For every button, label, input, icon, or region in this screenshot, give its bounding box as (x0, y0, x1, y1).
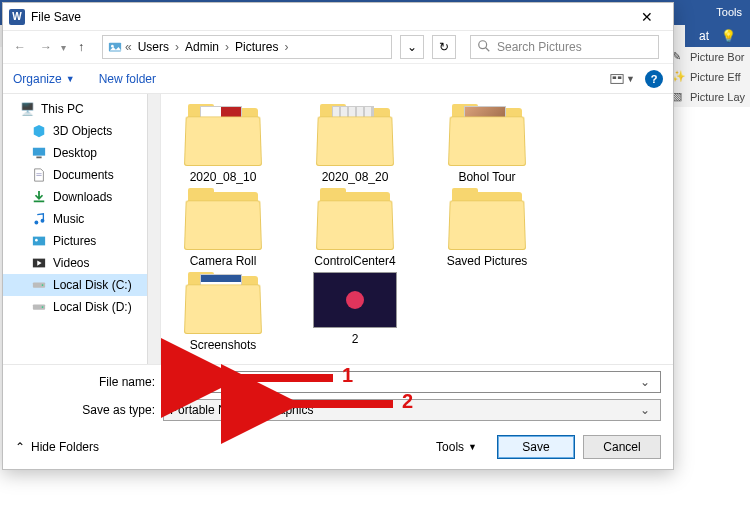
chevron-down-icon[interactable]: ⌄ (636, 375, 654, 389)
tree-item-music[interactable]: Music (3, 208, 160, 230)
ribbon-tab-highlight[interactable]: at 💡 (685, 25, 750, 47)
tree-item-local-disk-c[interactable]: Local Disk (C:) (3, 274, 160, 296)
folder-item[interactable]: 2020_08_20 (299, 104, 411, 184)
tree-label: This PC (41, 102, 84, 116)
refresh-button[interactable]: ↻ (432, 35, 456, 59)
picture-border-label: Picture Bor (690, 51, 744, 63)
svg-rect-8 (36, 157, 41, 159)
filename-label: File name: (15, 375, 163, 389)
svg-rect-14 (33, 237, 45, 246)
word-app-icon: W (9, 9, 25, 25)
chevron-down-icon: ⌄ (407, 40, 417, 54)
tree-label: Desktop (53, 146, 97, 160)
picture-thumbnail (313, 272, 397, 328)
chevron-up-icon: ⌃ (15, 440, 25, 454)
downloads-icon (31, 189, 47, 205)
annotation-number-1: 1 (342, 364, 353, 387)
new-folder-button[interactable]: New folder (99, 72, 156, 86)
tree-item-local-disk-d[interactable]: Local Disk (D:) (3, 296, 160, 318)
svg-point-13 (41, 219, 45, 223)
folder-item[interactable]: Saved Pictures (431, 188, 543, 268)
item-label: 2 (352, 332, 359, 346)
svg-point-15 (35, 239, 38, 242)
tree-label: Documents (53, 168, 114, 182)
svg-point-20 (42, 306, 44, 308)
svg-rect-9 (36, 173, 41, 174)
picture-tools-group: ✎Picture Bor ✨Picture Eff ▧Picture Lay (670, 47, 750, 107)
folder-icon (316, 188, 394, 250)
svg-point-2 (479, 40, 487, 48)
chevron-down-icon: ▼ (468, 442, 477, 452)
nav-history-dropdown[interactable]: ▾ (61, 42, 66, 53)
view-icon (610, 72, 624, 86)
folder-item[interactable]: 2020_08_10 (167, 104, 279, 184)
search-box[interactable] (470, 35, 659, 59)
folder-icon (184, 188, 262, 250)
picture-layout-label: Picture Lay (690, 91, 745, 103)
hide-folders-button[interactable]: ⌃ Hide Folders (15, 440, 99, 454)
chevron-down-icon[interactable]: ⌄ (636, 403, 654, 417)
breadcrumb-users[interactable]: Users (134, 40, 173, 54)
file-list[interactable]: 2020_08_10 2020_08_20 Bohol Tour Camera … (161, 94, 673, 364)
search-input[interactable] (497, 40, 652, 54)
ribbon-tab-highlight-label: at (699, 29, 709, 43)
chevron-right-icon: › (284, 40, 288, 54)
nav-forward-button[interactable]: → (35, 36, 57, 58)
picture-effects-icon: ✨ (672, 70, 686, 84)
organize-label: Organize (13, 72, 62, 86)
breadcrumb-pictures[interactable]: Pictures (231, 40, 282, 54)
tree-item-documents[interactable]: Documents (3, 164, 160, 186)
tree-item-pictures[interactable]: Pictures (3, 230, 160, 252)
folder-item[interactable]: ControlCenter4 (299, 188, 411, 268)
disk-icon (31, 277, 47, 293)
picture-layout-icon: ▧ (672, 90, 686, 104)
close-button[interactable]: ✕ (627, 3, 667, 31)
svg-line-3 (486, 47, 490, 51)
navigation-tree[interactable]: 🖥️This PC 3D Objects Desktop Documents D… (3, 94, 161, 364)
picture-layout-button[interactable]: ▧Picture Lay (670, 87, 750, 107)
close-icon: ✕ (641, 9, 653, 25)
dialog-title: File Save (31, 10, 81, 24)
titlebar: W File Save ✕ (3, 3, 673, 31)
address-bar[interactable]: « Users › Admin › Pictures › (102, 35, 392, 59)
annotation-number-2: 2 (402, 390, 413, 413)
cancel-button[interactable]: Cancel (583, 435, 661, 459)
tree-label: Local Disk (D:) (53, 300, 132, 314)
tree-item-desktop[interactable]: Desktop (3, 142, 160, 164)
tree-label: Videos (53, 256, 89, 270)
view-options-button[interactable]: ▼ (610, 72, 635, 86)
chevron-right-icon: › (175, 40, 179, 54)
file-save-dialog: W File Save ✕ ← → ▾ ↑ « Users › Admin › … (2, 2, 674, 470)
picture-border-button[interactable]: ✎Picture Bor (670, 47, 750, 67)
picture-effects-label: Picture Eff (690, 71, 741, 83)
item-label: Screenshots (190, 338, 257, 352)
arrow-right-icon: → (40, 40, 52, 54)
disk-icon (31, 299, 47, 315)
nav-up-button[interactable]: ↑ (70, 36, 92, 58)
dialog-footer: ⌃ Hide Folders Tools ▼ Save Cancel (3, 429, 673, 469)
save-button-label: Save (522, 440, 549, 454)
tree-item-3d-objects[interactable]: 3D Objects (3, 120, 160, 142)
svg-rect-10 (36, 175, 41, 176)
tree-item-this-pc[interactable]: 🖥️This PC (3, 98, 160, 120)
tools-dropdown[interactable]: Tools ▼ (436, 440, 477, 454)
tree-item-videos[interactable]: Videos (3, 252, 160, 274)
folder-item[interactable]: Camera Roll (167, 188, 279, 268)
address-dropdown-button[interactable]: ⌄ (400, 35, 424, 59)
organize-button[interactable]: Organize ▼ (13, 72, 75, 86)
nav-back-button[interactable]: ← (9, 36, 31, 58)
chevron-right-icon: « (125, 40, 132, 54)
folder-item[interactable]: Bohol Tour (431, 104, 543, 184)
picture-item[interactable]: 2 (299, 272, 411, 352)
tree-item-downloads[interactable]: Downloads (3, 186, 160, 208)
ribbon-tools-label: Tools (708, 0, 750, 25)
videos-icon (31, 255, 47, 271)
desktop-icon (31, 145, 47, 161)
pictures-library-icon (107, 40, 123, 54)
folder-item[interactable]: Screenshots (167, 272, 279, 352)
help-button[interactable]: ? (645, 70, 663, 88)
cancel-button-label: Cancel (603, 440, 640, 454)
save-button[interactable]: Save (497, 435, 575, 459)
picture-effects-button[interactable]: ✨Picture Eff (670, 67, 750, 87)
breadcrumb-admin[interactable]: Admin (181, 40, 223, 54)
